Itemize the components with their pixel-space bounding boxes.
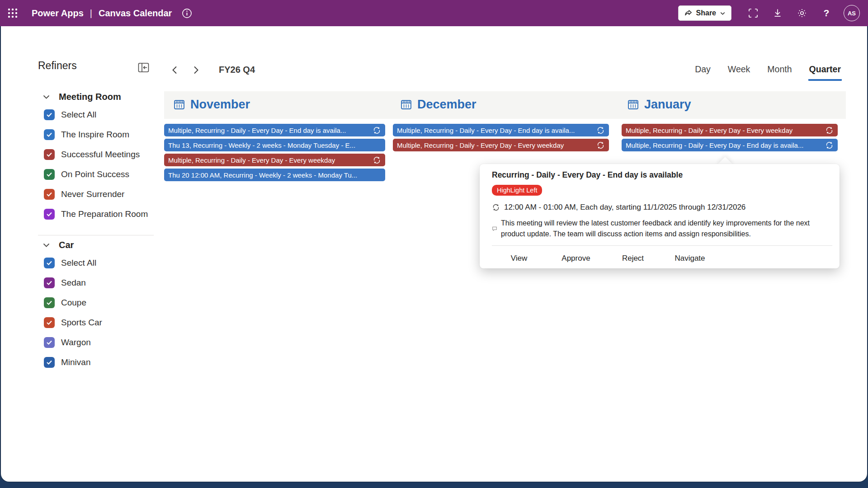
month-header-december: December	[400, 98, 476, 112]
checkbox[interactable]	[44, 258, 55, 268]
tab-week[interactable]: Week	[727, 64, 751, 79]
event-bar-selected[interactable]: Multiple, Recurring - Daily - Every Day …	[622, 139, 838, 151]
month-name: January	[644, 98, 691, 112]
refiner-item-sports-car[interactable]: Sports Car	[38, 313, 155, 333]
event-bar[interactable]: Multiple, Recurring - Daily - Every Day …	[622, 124, 838, 136]
section-header-car[interactable]: Car	[38, 237, 155, 253]
fit-to-screen-icon[interactable]	[743, 3, 763, 23]
popup-notes-row: This meeting will review the latest cust…	[492, 218, 832, 239]
chevron-down-icon	[720, 10, 726, 16]
recurrence-icon	[492, 203, 500, 211]
refiner-item-the-preparation-room[interactable]: The Preparation Room	[38, 204, 155, 224]
popup-divider	[492, 245, 832, 246]
month-column-december: Multiple, Recurring - Daily - Every Day …	[393, 124, 609, 151]
view-tabs: Day Week Month Quarter	[694, 64, 842, 81]
avatar[interactable]: AS	[844, 5, 860, 21]
checkbox[interactable]	[44, 209, 55, 220]
event-bar[interactable]: Multiple, Recurring - Daily - Every Day …	[164, 154, 385, 166]
month-column-january: Multiple, Recurring - Daily - Every Day …	[622, 124, 838, 151]
refiner-item-the-inspire-room[interactable]: The Inspire Room	[38, 125, 155, 145]
event-bar[interactable]: Multiple, Recurring - Daily - Every Day …	[393, 124, 609, 136]
tab-month[interactable]: Month	[766, 64, 793, 79]
collapse-panel-icon[interactable]	[137, 61, 150, 74]
checkbox[interactable]	[44, 277, 55, 288]
event-bar[interactable]: Thu 20 12:00 AM, Recurring - Weekly - 2 …	[164, 169, 385, 181]
refiner-item-successful-meetings[interactable]: Successful Meetings	[38, 145, 155, 164]
event-bar[interactable]: Thu 13, Recurring - Weekly - 2 weeks - M…	[164, 139, 385, 151]
event-text: Thu 13, Recurring - Weekly - 2 weeks - M…	[168, 141, 381, 149]
checkbox[interactable]	[44, 149, 55, 160]
event-details-popup: Recurring - Daily - Every Day - End day …	[480, 164, 840, 268]
notes-text: This meeting will review the latest cust…	[501, 218, 831, 239]
navigate-button[interactable]: Navigate	[661, 251, 718, 266]
popup-schedule-row: 12:00 AM - 01:00 AM, Each day, starting …	[492, 203, 832, 212]
section-header-meeting-room[interactable]: Meeting Room	[38, 89, 155, 105]
calendar-icon	[627, 99, 639, 111]
checkbox[interactable]	[44, 337, 55, 348]
calendar-icon	[400, 99, 412, 111]
refiner-label: The Preparation Room	[61, 209, 148, 219]
month-header-january: January	[627, 98, 691, 112]
recurrence-icon	[373, 156, 381, 164]
refiner-label: Select All	[61, 110, 96, 120]
refiner-label: Wargon	[61, 338, 91, 347]
refiner-section-meeting-room: Meeting Room Select All The Inspire Room…	[38, 89, 155, 224]
top-bar: Power Apps | Canvas Calendar Share	[0, 0, 868, 26]
share-button[interactable]: Share	[678, 5, 731, 21]
refiner-item-select-all[interactable]: Select All	[38, 105, 155, 125]
checkbox[interactable]	[44, 357, 55, 368]
event-text: Multiple, Recurring - Daily - Every Day …	[168, 127, 369, 134]
checkbox[interactable]	[44, 129, 55, 140]
chevron-left-icon	[170, 66, 179, 75]
share-icon	[684, 9, 693, 18]
calendar-icon	[173, 99, 185, 111]
refiner-label: The Inspire Room	[61, 130, 129, 140]
waffle-menu-icon[interactable]	[0, 0, 25, 26]
help-icon[interactable]: ?	[816, 3, 836, 23]
settings-gear-icon[interactable]	[792, 3, 812, 23]
month-header-november: November	[173, 98, 250, 112]
view-button[interactable]: View	[491, 251, 547, 266]
chevron-down-icon	[42, 93, 50, 101]
event-text: Multiple, Recurring - Daily - Every Day …	[168, 156, 369, 164]
app-name: Power Apps	[32, 8, 84, 19]
screen-name: Canvas Calendar	[99, 8, 172, 19]
checkbox[interactable]	[44, 189, 55, 200]
month-column-november: Multiple, Recurring - Daily - Every Day …	[164, 124, 385, 181]
download-icon[interactable]	[768, 3, 788, 23]
refiner-label: Select All	[61, 258, 96, 268]
refiner-item-coupe[interactable]: Coupe	[38, 293, 155, 313]
refiner-item-sedan[interactable]: Sedan	[38, 273, 155, 293]
sidebar-divider	[38, 235, 154, 235]
popup-actions: View Approve Reject Navigate	[491, 251, 832, 266]
refiner-section-car: Car Select All Sedan Coupe Sports Car Wa…	[38, 237, 155, 372]
refiner-item-select-all-car[interactable]: Select All	[38, 253, 155, 273]
checkbox[interactable]	[44, 109, 55, 120]
checkbox[interactable]	[44, 169, 55, 180]
reject-button[interactable]: Reject	[604, 251, 661, 266]
tab-day[interactable]: Day	[694, 64, 712, 79]
checkbox[interactable]	[44, 297, 55, 308]
schedule-text: 12:00 AM - 01:00 AM, Each day, starting …	[504, 203, 745, 212]
refiner-item-on-point-success[interactable]: On Point Success	[38, 164, 155, 184]
recurrence-icon	[596, 141, 605, 150]
event-bar[interactable]: Multiple, Recurring - Daily - Every Day …	[393, 139, 609, 151]
refiner-label: Sedan	[61, 278, 86, 288]
recurrence-icon	[596, 126, 605, 135]
refiner-label: Successful Meetings	[61, 150, 140, 160]
checkbox[interactable]	[44, 317, 55, 328]
event-text: Multiple, Recurring - Daily - Every Day …	[397, 127, 593, 134]
refiner-label: Sports Car	[61, 318, 102, 328]
month-header-band	[164, 91, 846, 119]
tab-quarter[interactable]: Quarter	[808, 64, 842, 81]
chevron-down-icon	[42, 241, 50, 249]
info-icon[interactable]	[182, 8, 192, 19]
prev-period-button[interactable]	[167, 62, 183, 78]
next-period-button[interactable]	[188, 62, 203, 78]
refiner-item-wargon[interactable]: Wargon	[38, 333, 155, 352]
refiner-item-never-surrender[interactable]: Never Surrender	[38, 184, 155, 204]
approve-button[interactable]: Approve	[547, 251, 604, 266]
share-label: Share	[696, 9, 716, 17]
event-bar[interactable]: Multiple, Recurring - Daily - Every Day …	[164, 124, 385, 136]
refiner-item-minivan[interactable]: Minivan	[38, 352, 155, 372]
